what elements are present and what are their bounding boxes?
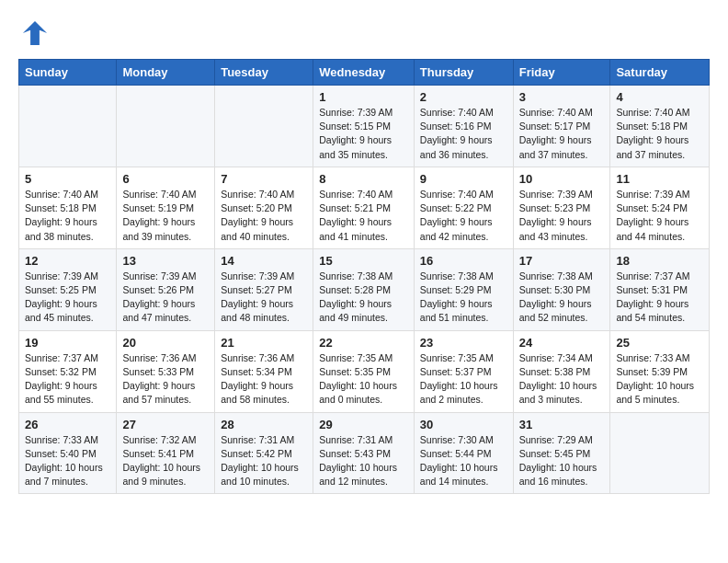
calendar-cell: 2Sunrise: 7:40 AM Sunset: 5:16 PM Daylig… — [414, 86, 513, 167]
calendar-cell — [610, 412, 710, 494]
day-info: Sunrise: 7:38 AM Sunset: 5:28 PM Dayligh… — [319, 270, 408, 326]
calendar-cell: 24Sunrise: 7:34 AM Sunset: 5:38 PM Dayli… — [513, 330, 610, 412]
day-info: Sunrise: 7:39 AM Sunset: 5:15 PM Dayligh… — [319, 106, 408, 162]
day-number: 19 — [25, 336, 110, 350]
calendar-cell: 16Sunrise: 7:38 AM Sunset: 5:29 PM Dayli… — [414, 248, 513, 330]
day-info: Sunrise: 7:33 AM Sunset: 5:40 PM Dayligh… — [25, 433, 110, 489]
day-info: Sunrise: 7:36 AM Sunset: 5:33 PM Dayligh… — [122, 351, 209, 408]
day-info: Sunrise: 7:39 AM Sunset: 5:26 PM Dayligh… — [122, 270, 209, 326]
svg-marker-0 — [23, 21, 47, 45]
day-number: 16 — [420, 254, 507, 268]
day-number: 7 — [221, 172, 307, 186]
calendar-cell — [215, 86, 313, 167]
day-number: 5 — [25, 172, 110, 186]
day-info: Sunrise: 7:37 AM Sunset: 5:31 PM Dayligh… — [616, 270, 703, 326]
day-info: Sunrise: 7:32 AM Sunset: 5:41 PM Dayligh… — [122, 433, 209, 489]
calendar-cell: 9Sunrise: 7:40 AM Sunset: 5:22 PM Daylig… — [414, 167, 513, 248]
calendar-cell: 1Sunrise: 7:39 AM Sunset: 5:15 PM Daylig… — [313, 86, 415, 167]
day-number: 3 — [519, 90, 605, 104]
calendar-cell: 15Sunrise: 7:38 AM Sunset: 5:28 PM Dayli… — [313, 248, 415, 330]
weekday-header-wednesday: Wednesday — [313, 60, 415, 86]
calendar: SundayMondayTuesdayWednesdayThursdayFrid… — [18, 59, 710, 494]
day-info: Sunrise: 7:38 AM Sunset: 5:29 PM Dayligh… — [420, 270, 507, 326]
page: SundayMondayTuesdayWednesdayThursdayFrid… — [0, 0, 728, 511]
weekday-header-sunday: Sunday — [19, 60, 117, 86]
day-info: Sunrise: 7:40 AM Sunset: 5:21 PM Dayligh… — [319, 188, 408, 244]
week-row-2: 5Sunrise: 7:40 AM Sunset: 5:18 PM Daylig… — [19, 167, 710, 248]
day-info: Sunrise: 7:29 AM Sunset: 5:45 PM Dayligh… — [519, 433, 605, 489]
week-row-3: 12Sunrise: 7:39 AM Sunset: 5:25 PM Dayli… — [19, 248, 710, 330]
day-info: Sunrise: 7:30 AM Sunset: 5:44 PM Dayligh… — [420, 433, 507, 489]
calendar-cell: 20Sunrise: 7:36 AM Sunset: 5:33 PM Dayli… — [117, 330, 215, 412]
calendar-cell: 19Sunrise: 7:37 AM Sunset: 5:32 PM Dayli… — [19, 330, 117, 412]
day-info: Sunrise: 7:36 AM Sunset: 5:34 PM Dayligh… — [221, 351, 307, 408]
calendar-cell: 29Sunrise: 7:31 AM Sunset: 5:43 PM Dayli… — [313, 412, 415, 494]
day-number: 17 — [519, 254, 605, 268]
day-info: Sunrise: 7:35 AM Sunset: 5:35 PM Dayligh… — [319, 351, 408, 408]
weekday-header-tuesday: Tuesday — [215, 60, 313, 86]
weekday-header-row: SundayMondayTuesdayWednesdayThursdayFrid… — [19, 60, 710, 86]
day-info: Sunrise: 7:39 AM Sunset: 5:24 PM Dayligh… — [616, 188, 703, 244]
day-number: 10 — [519, 172, 605, 186]
calendar-cell: 18Sunrise: 7:37 AM Sunset: 5:31 PM Dayli… — [610, 248, 710, 330]
day-number: 2 — [420, 90, 507, 104]
day-info: Sunrise: 7:34 AM Sunset: 5:38 PM Dayligh… — [519, 351, 605, 408]
day-info: Sunrise: 7:35 AM Sunset: 5:37 PM Dayligh… — [420, 351, 507, 408]
calendar-cell: 30Sunrise: 7:30 AM Sunset: 5:44 PM Dayli… — [414, 412, 513, 494]
day-info: Sunrise: 7:39 AM Sunset: 5:25 PM Dayligh… — [25, 270, 110, 326]
day-number: 23 — [420, 336, 507, 350]
calendar-cell: 14Sunrise: 7:39 AM Sunset: 5:27 PM Dayli… — [215, 248, 313, 330]
calendar-cell: 13Sunrise: 7:39 AM Sunset: 5:26 PM Dayli… — [117, 248, 215, 330]
calendar-cell: 31Sunrise: 7:29 AM Sunset: 5:45 PM Dayli… — [513, 412, 610, 494]
day-info: Sunrise: 7:33 AM Sunset: 5:39 PM Dayligh… — [616, 351, 703, 408]
calendar-cell: 10Sunrise: 7:39 AM Sunset: 5:23 PM Dayli… — [513, 167, 610, 248]
day-number: 24 — [519, 336, 605, 350]
day-info: Sunrise: 7:40 AM Sunset: 5:18 PM Dayligh… — [25, 188, 110, 244]
day-number: 14 — [221, 254, 307, 268]
weekday-header-thursday: Thursday — [414, 60, 513, 86]
day-info: Sunrise: 7:40 AM Sunset: 5:22 PM Dayligh… — [420, 188, 507, 244]
day-number: 15 — [319, 254, 408, 268]
day-number: 4 — [616, 90, 703, 104]
calendar-cell: 12Sunrise: 7:39 AM Sunset: 5:25 PM Dayli… — [19, 248, 117, 330]
week-row-5: 26Sunrise: 7:33 AM Sunset: 5:40 PM Dayli… — [19, 412, 710, 494]
calendar-cell: 4Sunrise: 7:40 AM Sunset: 5:18 PM Daylig… — [610, 86, 710, 167]
weekday-header-monday: Monday — [117, 60, 215, 86]
day-info: Sunrise: 7:40 AM Sunset: 5:17 PM Dayligh… — [519, 106, 605, 162]
day-number: 9 — [420, 172, 507, 186]
calendar-cell: 3Sunrise: 7:40 AM Sunset: 5:17 PM Daylig… — [513, 86, 610, 167]
calendar-cell — [19, 86, 117, 167]
calendar-cell: 23Sunrise: 7:35 AM Sunset: 5:37 PM Dayli… — [414, 330, 513, 412]
calendar-cell — [117, 86, 215, 167]
calendar-cell: 11Sunrise: 7:39 AM Sunset: 5:24 PM Dayli… — [610, 167, 710, 248]
weekday-header-friday: Friday — [513, 60, 610, 86]
day-info: Sunrise: 7:40 AM Sunset: 5:19 PM Dayligh… — [122, 188, 209, 244]
calendar-cell: 27Sunrise: 7:32 AM Sunset: 5:41 PM Dayli… — [117, 412, 215, 494]
calendar-cell: 21Sunrise: 7:36 AM Sunset: 5:34 PM Dayli… — [215, 330, 313, 412]
day-number: 13 — [122, 254, 209, 268]
day-info: Sunrise: 7:38 AM Sunset: 5:30 PM Dayligh… — [519, 270, 605, 326]
calendar-cell: 6Sunrise: 7:40 AM Sunset: 5:19 PM Daylig… — [117, 167, 215, 248]
day-number: 12 — [25, 254, 110, 268]
calendar-cell: 28Sunrise: 7:31 AM Sunset: 5:42 PM Dayli… — [215, 412, 313, 494]
header — [18, 17, 710, 50]
calendar-cell: 26Sunrise: 7:33 AM Sunset: 5:40 PM Dayli… — [19, 412, 117, 494]
day-number: 8 — [319, 172, 408, 186]
day-info: Sunrise: 7:40 AM Sunset: 5:20 PM Dayligh… — [221, 188, 307, 244]
day-number: 29 — [319, 418, 408, 431]
day-number: 28 — [221, 418, 307, 431]
day-number: 1 — [319, 90, 408, 104]
logo — [18, 17, 55, 50]
calendar-cell: 8Sunrise: 7:40 AM Sunset: 5:21 PM Daylig… — [313, 167, 415, 248]
day-info: Sunrise: 7:40 AM Sunset: 5:16 PM Dayligh… — [420, 106, 507, 162]
day-number: 26 — [25, 418, 110, 431]
day-info: Sunrise: 7:31 AM Sunset: 5:43 PM Dayligh… — [319, 433, 408, 489]
day-number: 21 — [221, 336, 307, 350]
calendar-cell: 5Sunrise: 7:40 AM Sunset: 5:18 PM Daylig… — [19, 167, 117, 248]
calendar-cell: 25Sunrise: 7:33 AM Sunset: 5:39 PM Dayli… — [610, 330, 710, 412]
day-info: Sunrise: 7:39 AM Sunset: 5:23 PM Dayligh… — [519, 188, 605, 244]
day-number: 27 — [122, 418, 209, 431]
day-number: 25 — [616, 336, 703, 350]
day-number: 30 — [420, 418, 507, 431]
calendar-cell: 17Sunrise: 7:38 AM Sunset: 5:30 PM Dayli… — [513, 248, 610, 330]
